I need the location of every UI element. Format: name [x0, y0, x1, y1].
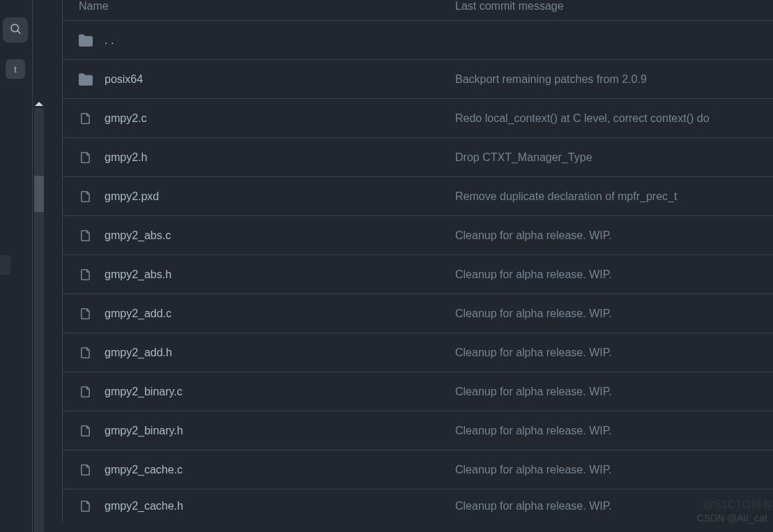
table-row[interactable]: gmpy2_add.cCleanup for alpha release. WI… — [63, 294, 773, 333]
file-icon — [79, 499, 93, 513]
scroll-up-arrow-icon[interactable] — [35, 102, 43, 106]
file-name[interactable]: gmpy2.pxd — [105, 190, 159, 203]
table-row[interactable]: gmpy2_binary.hCleanup for alpha release.… — [63, 411, 773, 450]
search-button[interactable] — [3, 17, 28, 43]
table-row[interactable]: gmpy2_binary.cCleanup for alpha release.… — [63, 372, 773, 411]
table-row[interactable]: gmpy2_abs.hCleanup for alpha release. WI… — [63, 255, 773, 294]
tool-rail: t — [0, 0, 33, 532]
table-row[interactable]: gmpy2.hDrop CTXT_Manager_Type — [63, 138, 773, 177]
commit-message[interactable]: Cleanup for alpha release. WIP. — [455, 425, 612, 436]
file-icon — [79, 190, 93, 204]
commit-message[interactable]: Cleanup for alpha release. WIP. — [455, 347, 612, 358]
commit-message[interactable]: Backport remaining patches from 2.0.9 — [455, 73, 647, 85]
file-name[interactable]: . . — [105, 34, 114, 47]
svg-line-1 — [17, 31, 20, 33]
file-icon — [79, 151, 93, 165]
file-name[interactable]: gmpy2_abs.c — [105, 229, 171, 242]
avatar-letter: t — [14, 64, 17, 75]
commit-message[interactable]: Drop CTXT_Manager_Type — [455, 151, 592, 163]
file-name[interactable]: posix64 — [105, 73, 143, 86]
file-name[interactable]: gmpy2_add.c — [105, 307, 171, 320]
file-name[interactable]: gmpy2_binary.h — [105, 425, 183, 437]
table-row[interactable]: gmpy2_cache.hCleanup for alpha release. … — [63, 489, 773, 523]
commit-message[interactable]: Remove duplicate declaration of mpfr_pre… — [455, 190, 677, 202]
file-list: Name Last commit message . .posix64Backp… — [62, 0, 773, 523]
list-header: Name Last commit message — [63, 0, 773, 21]
header-msg: Last commit message — [455, 0, 773, 13]
scrollbar-track[interactable] — [34, 108, 44, 532]
commit-message[interactable]: Cleanup for alpha release. WIP. — [455, 229, 612, 241]
file-name[interactable]: gmpy2_cache.c — [105, 464, 183, 476]
file-icon — [79, 112, 93, 126]
file-name[interactable]: gmpy2.c — [105, 112, 146, 125]
file-name[interactable]: gmpy2_cache.h — [105, 500, 183, 512]
file-icon — [79, 268, 93, 282]
file-name[interactable]: gmpy2.h — [105, 151, 147, 164]
commit-message[interactable]: Cleanup for alpha release. WIP. — [455, 386, 612, 397]
table-row[interactable]: gmpy2.cRedo local_context() at C level, … — [63, 99, 773, 138]
table-row[interactable]: . . — [63, 21, 773, 60]
file-icon — [79, 463, 93, 477]
file-icon — [79, 346, 93, 360]
commit-message[interactable]: Cleanup for alpha release. WIP. — [455, 464, 612, 476]
file-name[interactable]: gmpy2_binary.c — [105, 386, 183, 398]
file-icon — [79, 307, 93, 321]
file-icon — [79, 229, 93, 243]
file-icon — [79, 424, 93, 438]
folder-icon — [79, 33, 93, 47]
file-name[interactable]: gmpy2_add.h — [105, 347, 172, 359]
table-row[interactable]: posix64Backport remaining patches from 2… — [63, 60, 773, 99]
commit-message[interactable]: Redo local_context() at C level, correct… — [455, 112, 710, 124]
file-icon — [79, 385, 93, 399]
commit-message[interactable]: Cleanup for alpha release. WIP. — [455, 307, 612, 319]
table-row[interactable]: gmpy2_abs.cCleanup for alpha release. WI… — [63, 216, 773, 255]
table-row[interactable]: gmpy2_add.hCleanup for alpha release. WI… — [63, 333, 773, 372]
panel-tab[interactable] — [0, 255, 10, 275]
scrollbar-thumb[interactable] — [34, 176, 44, 212]
commit-message[interactable]: Cleanup for alpha release. WIP. — [455, 268, 612, 280]
commit-message[interactable]: Cleanup for alpha release. WIP. — [455, 500, 612, 512]
table-row[interactable]: gmpy2.pxdRemove duplicate declaration of… — [63, 177, 773, 216]
folder-icon — [79, 73, 93, 86]
header-name: Name — [63, 0, 455, 13]
main-panel: Name Last commit message . .posix64Backp… — [47, 0, 773, 532]
file-name[interactable]: gmpy2_abs.h — [105, 268, 171, 281]
search-icon — [9, 22, 22, 38]
table-row[interactable]: gmpy2_cache.cCleanup for alpha release. … — [63, 450, 773, 489]
user-avatar[interactable]: t — [6, 59, 25, 79]
